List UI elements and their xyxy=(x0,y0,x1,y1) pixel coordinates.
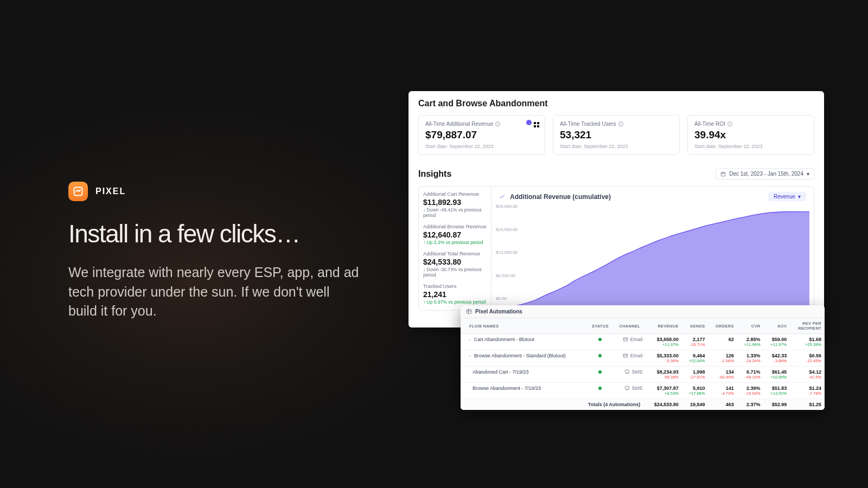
calendar-icon xyxy=(720,171,726,177)
brand-name: PIXEL xyxy=(95,187,126,196)
area-chart xyxy=(515,206,809,306)
svg-rect-4 xyxy=(537,125,539,127)
status-dot xyxy=(598,370,602,374)
kpi-roi: All-Time ROIi 39.94x Start date: Septemb… xyxy=(687,115,814,155)
channel-cell: SMS xyxy=(617,386,642,391)
grid-toggle-icon[interactable] xyxy=(534,120,539,125)
kpi-label: All-Time Tracked Users xyxy=(560,121,616,127)
dashboard-card: Cart and Browse Abandonment All-Time Add… xyxy=(409,91,824,328)
kpi-sub: Start date: September 22, 2023 xyxy=(560,144,673,149)
kpi-label: All-Time ROI xyxy=(694,121,725,127)
kpi-sub: Start date: September 22, 2023 xyxy=(694,144,807,149)
side-metrics: Additional Cart Revenue $11,892.93 ↓ Dow… xyxy=(418,186,492,311)
status-dot xyxy=(598,387,602,390)
table-row[interactable]: ›Browse Abandonment - Standard (Blotout)… xyxy=(461,350,825,367)
totals-row: Totals (4 Automations) $24,533.8019,5494… xyxy=(461,399,825,410)
svg-rect-3 xyxy=(534,125,536,127)
kpi-value: 39.94x xyxy=(694,129,807,141)
kpi-value: 53,321 xyxy=(560,129,673,141)
kpi-row: All-Time Additional Revenuei $79,887.07 … xyxy=(418,115,814,155)
info-icon[interactable]: i xyxy=(727,121,732,126)
pixel-logo-icon xyxy=(68,182,88,201)
expand-icon[interactable]: › xyxy=(469,337,471,342)
table-row[interactable]: ›Cart Abandonment - BlotoutEmail$3,658.0… xyxy=(461,334,825,350)
automations-header: Pixel Automations xyxy=(461,305,825,318)
chart-metric-dropdown[interactable]: Revenue ▾ xyxy=(768,192,806,201)
brand-logo-row: PIXEL xyxy=(68,182,372,201)
kpi-value: $79,887.07 xyxy=(425,129,538,141)
table-row[interactable]: Abandoned Cart - 7/19/23SMS$8,234.93-58.… xyxy=(461,367,825,383)
chart-title: Additional Revenue (cumulative) xyxy=(499,193,611,201)
subheadline: We integrate with nearly every ESP, app,… xyxy=(68,263,361,321)
expand-icon[interactable]: › xyxy=(469,354,471,358)
chevron-down-icon: ▾ xyxy=(807,171,809,177)
info-icon[interactable]: i xyxy=(618,121,623,126)
svg-rect-2 xyxy=(537,122,539,124)
chart-toggle-icon[interactable] xyxy=(526,120,532,125)
svg-rect-5 xyxy=(721,172,725,176)
date-range-picker[interactable]: Dec 1st, 2023 - Jan 15th, 2024 ▾ xyxy=(716,168,814,179)
marketing-block: PIXEL Install in a few clicks… We integr… xyxy=(68,182,372,321)
table-row[interactable]: Browse Abandonment - 7/19/23SMS$7,307.87… xyxy=(461,383,825,399)
headline: Install in a few clicks… xyxy=(68,221,372,247)
svg-rect-9 xyxy=(626,370,629,373)
kpi-revenue: All-Time Additional Revenuei $79,887.07 … xyxy=(418,115,545,155)
info-icon[interactable]: i xyxy=(495,121,500,126)
automations-table: FLOW NAMESSTATUSCHANNELREVENUESENDSORDER… xyxy=(461,318,825,410)
line-chart-icon xyxy=(499,194,506,200)
status-dot xyxy=(598,338,602,341)
kpi-users: All-Time Tracked Usersi 53,321 Start dat… xyxy=(553,115,680,155)
channel-cell: Email xyxy=(617,353,642,358)
dashboard-title: Cart and Browse Abandonment xyxy=(418,99,814,108)
automations-card: Pixel Automations FLOW NAMESSTATUSCHANNE… xyxy=(461,305,825,410)
svg-rect-0 xyxy=(74,188,82,196)
chart-panel: Additional Revenue (cumulative) Revenue … xyxy=(492,186,814,311)
date-range-label: Dec 1st, 2023 - Jan 15th, 2024 xyxy=(729,171,803,177)
status-dot xyxy=(598,354,602,357)
kpi-sub: Start date: September 22, 2023 xyxy=(425,144,538,149)
svg-rect-1 xyxy=(534,122,536,124)
chevron-down-icon: ▾ xyxy=(798,194,801,200)
channel-cell: Email xyxy=(617,337,642,342)
kpi-label: All-Time Additional Revenue xyxy=(425,121,493,127)
table-icon xyxy=(466,309,472,314)
insights-title: Insights xyxy=(418,169,451,179)
svg-rect-6 xyxy=(467,310,471,313)
channel-cell: SMS xyxy=(617,369,642,375)
svg-rect-10 xyxy=(626,386,629,389)
